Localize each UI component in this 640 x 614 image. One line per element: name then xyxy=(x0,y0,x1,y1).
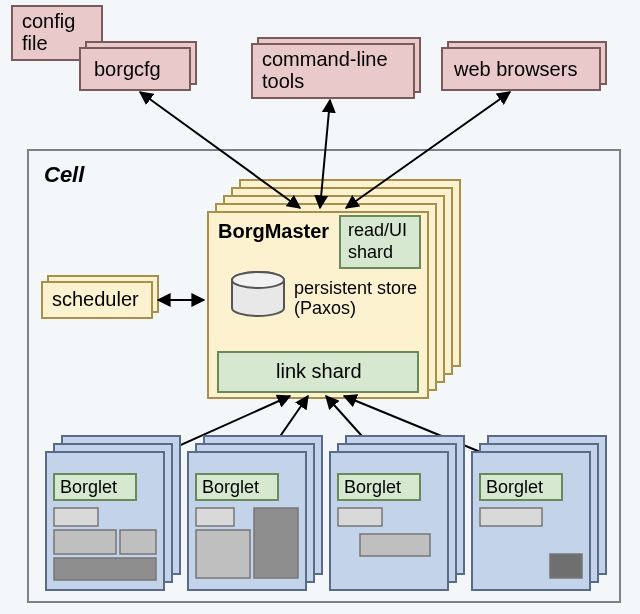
borgcfg-box: borgcfg xyxy=(80,42,196,90)
borglet-machine: Borglet xyxy=(472,436,606,590)
scheduler-box: scheduler xyxy=(42,276,158,318)
task-block xyxy=(120,530,156,554)
cli-box: command-linetools xyxy=(252,38,420,98)
borglet-label: Borglet xyxy=(202,477,259,497)
borglet-label: Borglet xyxy=(486,477,543,497)
cell-label: Cell xyxy=(44,162,85,187)
borglet-machine: Borglet xyxy=(46,436,180,590)
task-block xyxy=(196,530,250,578)
web-label: web browsers xyxy=(453,58,577,80)
persistent-store-icon xyxy=(232,272,284,316)
task-block xyxy=(54,558,156,580)
borgmaster-title: BorgMaster xyxy=(218,220,329,242)
task-block xyxy=(54,508,98,526)
link-shard-label: link shard xyxy=(276,360,362,382)
task-block xyxy=(360,534,430,556)
borglet-label: Borglet xyxy=(60,477,117,497)
task-block xyxy=(54,530,116,554)
task-block xyxy=(196,508,234,526)
borglet-machine: Borglet xyxy=(330,436,464,590)
borglet-label: Borglet xyxy=(344,477,401,497)
borgcfg-label: borgcfg xyxy=(94,58,161,80)
task-block xyxy=(338,508,382,526)
svg-point-12 xyxy=(232,272,284,288)
web-box: web browsers xyxy=(442,42,606,90)
task-block xyxy=(550,554,582,578)
task-block xyxy=(254,508,298,578)
task-block xyxy=(480,508,542,526)
borglet-machine: Borglet xyxy=(188,436,322,590)
scheduler-label: scheduler xyxy=(52,288,139,310)
